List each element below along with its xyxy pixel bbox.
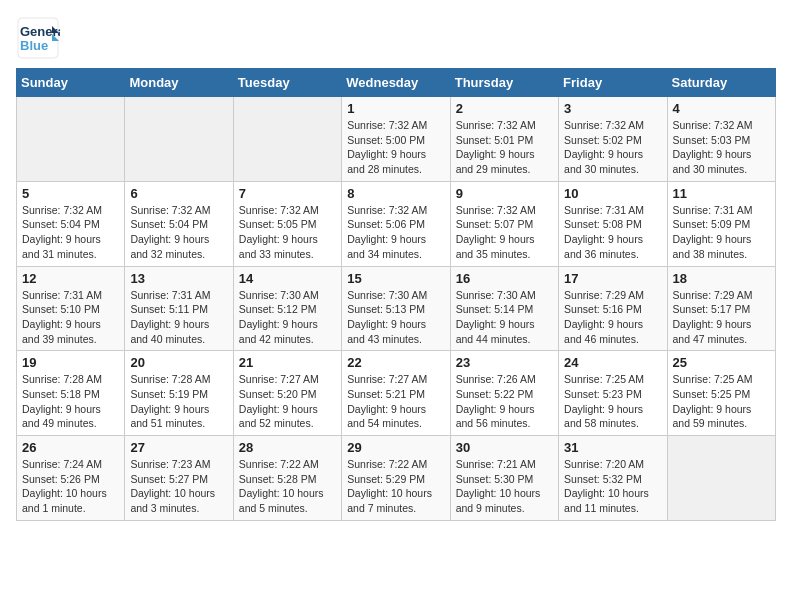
day-number: 8 <box>347 186 444 201</box>
day-number: 18 <box>673 271 770 286</box>
day-number: 4 <box>673 101 770 116</box>
calendar-cell: 31Sunrise: 7:20 AM Sunset: 5:32 PM Dayli… <box>559 436 667 521</box>
day-info: Sunrise: 7:26 AM Sunset: 5:22 PM Dayligh… <box>456 372 553 431</box>
day-number: 11 <box>673 186 770 201</box>
calendar-cell: 23Sunrise: 7:26 AM Sunset: 5:22 PM Dayli… <box>450 351 558 436</box>
calendar-cell: 15Sunrise: 7:30 AM Sunset: 5:13 PM Dayli… <box>342 266 450 351</box>
week-row-4: 19Sunrise: 7:28 AM Sunset: 5:18 PM Dayli… <box>17 351 776 436</box>
day-info: Sunrise: 7:27 AM Sunset: 5:20 PM Dayligh… <box>239 372 336 431</box>
day-info: Sunrise: 7:30 AM Sunset: 5:13 PM Dayligh… <box>347 288 444 347</box>
calendar-cell <box>125 97 233 182</box>
calendar-cell: 19Sunrise: 7:28 AM Sunset: 5:18 PM Dayli… <box>17 351 125 436</box>
calendar-cell: 25Sunrise: 7:25 AM Sunset: 5:25 PM Dayli… <box>667 351 775 436</box>
day-info: Sunrise: 7:31 AM Sunset: 5:09 PM Dayligh… <box>673 203 770 262</box>
day-number: 10 <box>564 186 661 201</box>
header-day-friday: Friday <box>559 69 667 97</box>
day-info: Sunrise: 7:32 AM Sunset: 5:07 PM Dayligh… <box>456 203 553 262</box>
calendar-cell: 30Sunrise: 7:21 AM Sunset: 5:30 PM Dayli… <box>450 436 558 521</box>
day-info: Sunrise: 7:31 AM Sunset: 5:11 PM Dayligh… <box>130 288 227 347</box>
day-number: 2 <box>456 101 553 116</box>
day-info: Sunrise: 7:32 AM Sunset: 5:04 PM Dayligh… <box>22 203 119 262</box>
calendar-cell: 29Sunrise: 7:22 AM Sunset: 5:29 PM Dayli… <box>342 436 450 521</box>
logo-svg: General Blue <box>16 16 60 60</box>
day-number: 29 <box>347 440 444 455</box>
calendar-cell: 26Sunrise: 7:24 AM Sunset: 5:26 PM Dayli… <box>17 436 125 521</box>
calendar-cell: 17Sunrise: 7:29 AM Sunset: 5:16 PM Dayli… <box>559 266 667 351</box>
day-number: 30 <box>456 440 553 455</box>
calendar-cell <box>233 97 341 182</box>
calendar-cell: 22Sunrise: 7:27 AM Sunset: 5:21 PM Dayli… <box>342 351 450 436</box>
day-info: Sunrise: 7:29 AM Sunset: 5:17 PM Dayligh… <box>673 288 770 347</box>
day-number: 6 <box>130 186 227 201</box>
calendar-cell: 24Sunrise: 7:25 AM Sunset: 5:23 PM Dayli… <box>559 351 667 436</box>
calendar-cell: 2Sunrise: 7:32 AM Sunset: 5:01 PM Daylig… <box>450 97 558 182</box>
header-day-tuesday: Tuesday <box>233 69 341 97</box>
day-number: 14 <box>239 271 336 286</box>
day-info: Sunrise: 7:23 AM Sunset: 5:27 PM Dayligh… <box>130 457 227 516</box>
day-info: Sunrise: 7:28 AM Sunset: 5:18 PM Dayligh… <box>22 372 119 431</box>
day-number: 13 <box>130 271 227 286</box>
calendar-cell: 21Sunrise: 7:27 AM Sunset: 5:20 PM Dayli… <box>233 351 341 436</box>
header-day-saturday: Saturday <box>667 69 775 97</box>
header: General Blue <box>16 16 776 60</box>
day-number: 20 <box>130 355 227 370</box>
day-info: Sunrise: 7:28 AM Sunset: 5:19 PM Dayligh… <box>130 372 227 431</box>
day-number: 1 <box>347 101 444 116</box>
day-number: 15 <box>347 271 444 286</box>
week-row-1: 1Sunrise: 7:32 AM Sunset: 5:00 PM Daylig… <box>17 97 776 182</box>
calendar-cell: 28Sunrise: 7:22 AM Sunset: 5:28 PM Dayli… <box>233 436 341 521</box>
calendar-cell: 13Sunrise: 7:31 AM Sunset: 5:11 PM Dayli… <box>125 266 233 351</box>
day-info: Sunrise: 7:32 AM Sunset: 5:01 PM Dayligh… <box>456 118 553 177</box>
calendar-cell: 1Sunrise: 7:32 AM Sunset: 5:00 PM Daylig… <box>342 97 450 182</box>
day-info: Sunrise: 7:29 AM Sunset: 5:16 PM Dayligh… <box>564 288 661 347</box>
day-number: 9 <box>456 186 553 201</box>
day-number: 28 <box>239 440 336 455</box>
day-info: Sunrise: 7:24 AM Sunset: 5:26 PM Dayligh… <box>22 457 119 516</box>
day-info: Sunrise: 7:31 AM Sunset: 5:10 PM Dayligh… <box>22 288 119 347</box>
day-info: Sunrise: 7:20 AM Sunset: 5:32 PM Dayligh… <box>564 457 661 516</box>
day-info: Sunrise: 7:32 AM Sunset: 5:05 PM Dayligh… <box>239 203 336 262</box>
day-info: Sunrise: 7:32 AM Sunset: 5:02 PM Dayligh… <box>564 118 661 177</box>
day-info: Sunrise: 7:30 AM Sunset: 5:14 PM Dayligh… <box>456 288 553 347</box>
day-info: Sunrise: 7:27 AM Sunset: 5:21 PM Dayligh… <box>347 372 444 431</box>
calendar-cell: 4Sunrise: 7:32 AM Sunset: 5:03 PM Daylig… <box>667 97 775 182</box>
day-info: Sunrise: 7:21 AM Sunset: 5:30 PM Dayligh… <box>456 457 553 516</box>
calendar-cell: 8Sunrise: 7:32 AM Sunset: 5:06 PM Daylig… <box>342 181 450 266</box>
day-number: 17 <box>564 271 661 286</box>
week-row-5: 26Sunrise: 7:24 AM Sunset: 5:26 PM Dayli… <box>17 436 776 521</box>
day-number: 12 <box>22 271 119 286</box>
calendar-cell: 12Sunrise: 7:31 AM Sunset: 5:10 PM Dayli… <box>17 266 125 351</box>
calendar-cell: 6Sunrise: 7:32 AM Sunset: 5:04 PM Daylig… <box>125 181 233 266</box>
day-info: Sunrise: 7:32 AM Sunset: 5:03 PM Dayligh… <box>673 118 770 177</box>
day-number: 31 <box>564 440 661 455</box>
day-info: Sunrise: 7:32 AM Sunset: 5:00 PM Dayligh… <box>347 118 444 177</box>
header-day-sunday: Sunday <box>17 69 125 97</box>
calendar-cell: 16Sunrise: 7:30 AM Sunset: 5:14 PM Dayli… <box>450 266 558 351</box>
logo: General Blue <box>16 16 60 60</box>
calendar-cell <box>667 436 775 521</box>
calendar-table: SundayMondayTuesdayWednesdayThursdayFrid… <box>16 68 776 521</box>
day-number: 22 <box>347 355 444 370</box>
day-number: 3 <box>564 101 661 116</box>
header-row: SundayMondayTuesdayWednesdayThursdayFrid… <box>17 69 776 97</box>
calendar-cell: 5Sunrise: 7:32 AM Sunset: 5:04 PM Daylig… <box>17 181 125 266</box>
calendar-cell: 14Sunrise: 7:30 AM Sunset: 5:12 PM Dayli… <box>233 266 341 351</box>
header-day-monday: Monday <box>125 69 233 97</box>
calendar-cell <box>17 97 125 182</box>
svg-text:Blue: Blue <box>20 38 48 53</box>
day-number: 21 <box>239 355 336 370</box>
calendar-cell: 20Sunrise: 7:28 AM Sunset: 5:19 PM Dayli… <box>125 351 233 436</box>
day-number: 23 <box>456 355 553 370</box>
day-info: Sunrise: 7:25 AM Sunset: 5:25 PM Dayligh… <box>673 372 770 431</box>
day-number: 24 <box>564 355 661 370</box>
day-number: 25 <box>673 355 770 370</box>
week-row-3: 12Sunrise: 7:31 AM Sunset: 5:10 PM Dayli… <box>17 266 776 351</box>
day-info: Sunrise: 7:31 AM Sunset: 5:08 PM Dayligh… <box>564 203 661 262</box>
day-info: Sunrise: 7:25 AM Sunset: 5:23 PM Dayligh… <box>564 372 661 431</box>
calendar-cell: 18Sunrise: 7:29 AM Sunset: 5:17 PM Dayli… <box>667 266 775 351</box>
day-number: 19 <box>22 355 119 370</box>
day-number: 26 <box>22 440 119 455</box>
day-info: Sunrise: 7:22 AM Sunset: 5:29 PM Dayligh… <box>347 457 444 516</box>
header-day-wednesday: Wednesday <box>342 69 450 97</box>
calendar-cell: 27Sunrise: 7:23 AM Sunset: 5:27 PM Dayli… <box>125 436 233 521</box>
